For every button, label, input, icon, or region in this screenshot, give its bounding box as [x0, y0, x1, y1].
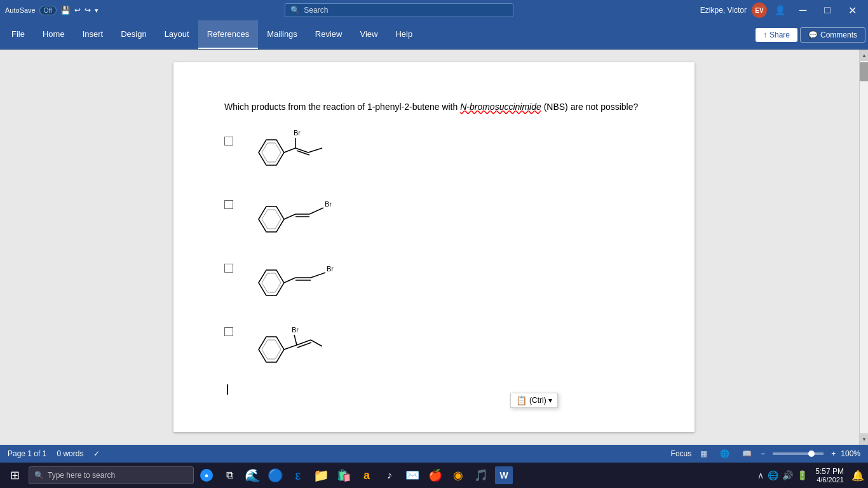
scrollbar[interactable]: ▲ ▼ [859, 50, 868, 445]
tab-view[interactable]: View [351, 20, 386, 49]
taskbar-store[interactable]: 🛍️ [334, 465, 354, 485]
scroll-up[interactable]: ▲ [860, 50, 868, 61]
autosave-label: AutoSave [5, 6, 36, 14]
zoom-level: 100% [841, 449, 860, 458]
taskbar-word[interactable]: W [494, 465, 514, 485]
titlebar-right: Ezikpe, Victor EV 👤 ─ □ ✕ [700, 0, 863, 20]
document-page: Which products from the reaction of 1-ph… [173, 62, 695, 432]
clock[interactable]: 5:57 PM 4/6/2021 [810, 467, 849, 484]
share-icon: ↑ [763, 30, 767, 39]
proofing-icon[interactable]: ✓ [93, 449, 100, 458]
paste-ctrl-label: (Ctrl) ▾ [529, 396, 552, 405]
svg-marker-23 [262, 340, 281, 359]
svg-marker-22 [259, 337, 284, 362]
ribbon: File Home Insert Design Layout Reference… [0, 20, 868, 50]
svg-line-2 [284, 148, 295, 152]
structure-1: Br [240, 124, 329, 175]
svg-marker-8 [259, 207, 284, 232]
read-mode-btn[interactable]: 📖 [738, 448, 756, 459]
close-button[interactable]: ✕ [842, 0, 863, 20]
zoom-slider[interactable] [773, 452, 824, 455]
tab-design[interactable]: Design [112, 20, 155, 49]
checkbox-1[interactable] [224, 137, 233, 146]
taskbar-search[interactable]: 🔍 Type here to search [29, 466, 194, 484]
user-avatar: EV [752, 3, 767, 18]
focus-label[interactable]: Focus [671, 449, 692, 458]
taskbar-tidal[interactable]: ♪ [379, 465, 400, 485]
taskbar: ⊞ 🔍 Type here to search ● ⧉ 🌊 🔵 ε 📁 🛍️ a… [0, 463, 868, 488]
minimize-button[interactable]: ─ [793, 0, 813, 20]
statusbar: Page 1 of 1 0 words ✓ Focus ▦ 🌐 📖 − + 10… [0, 445, 868, 463]
tab-references[interactable]: References [198, 20, 258, 49]
taskbar-edge[interactable]: 🌊 [242, 465, 262, 485]
tab-insert[interactable]: Insert [74, 20, 112, 49]
maximize-button[interactable]: □ [818, 0, 837, 20]
scroll-thumb[interactable] [860, 62, 868, 81]
svg-marker-15 [259, 270, 284, 295]
page-info: Page 1 of 1 [8, 449, 46, 458]
svg-text:Br: Br [294, 129, 301, 137]
checkbox-4[interactable] [224, 327, 233, 336]
taskbar-mail[interactable]: ✉️ [402, 465, 423, 485]
ribbon-actions: ↑ Share 💬 Comments [756, 20, 865, 49]
titlebar: AutoSave Off 💾 ↩ ↪ ▾ 🔍 Search Ezikpe, Vi… [0, 0, 868, 20]
notification-icon[interactable]: 🔔 [851, 470, 864, 482]
title-search-bar[interactable]: 🔍 Search [285, 3, 513, 17]
checkbox-2[interactable] [224, 200, 233, 209]
checkbox-3[interactable] [224, 264, 233, 273]
svg-line-25 [297, 340, 311, 345]
svg-line-27 [294, 335, 297, 345]
tab-layout[interactable]: Layout [156, 20, 198, 49]
undo-icon[interactable]: ↩ [74, 6, 81, 15]
taskbar-task-view[interactable]: ⧉ [219, 465, 240, 485]
structure-4: Br [240, 315, 341, 372]
tab-mailings[interactable]: Mailings [258, 20, 306, 49]
tab-home[interactable]: Home [34, 20, 74, 49]
svg-line-7 [308, 148, 322, 152]
svg-line-24 [284, 345, 297, 349]
taskbar-cortana[interactable]: ● [196, 465, 217, 485]
taskbar-chevron[interactable]: ∧ [757, 470, 764, 480]
zoom-thumb [808, 451, 815, 457]
word-count: 0 words [57, 449, 83, 458]
tab-help[interactable]: Help [386, 20, 421, 49]
zoom-plus[interactable]: + [831, 449, 836, 458]
structure-3: Br [240, 251, 354, 302]
start-button[interactable]: ⊞ [4, 466, 26, 485]
structure-2: Br [240, 187, 354, 238]
comments-button[interactable]: 💬 Comments [800, 27, 865, 43]
user-name: Ezikpe, Victor [700, 6, 747, 15]
taskbar-chrome[interactable]: 🔵 [265, 465, 285, 485]
share-button[interactable]: ↑ Share [756, 28, 797, 42]
search-icon: 🔍 [290, 6, 300, 15]
svg-marker-9 [262, 210, 281, 229]
svg-line-5 [295, 148, 308, 152]
redo-icon[interactable]: ↪ [85, 6, 91, 15]
titlebar-left: AutoSave Off 💾 ↩ ↪ ▾ [5, 6, 98, 15]
taskbar-app2[interactable]: ◉ [448, 465, 468, 485]
tab-review[interactable]: Review [306, 20, 351, 49]
taskbar-explorer[interactable]: 📁 [311, 465, 331, 485]
zoom-minus[interactable]: − [761, 449, 765, 458]
taskbar-edge2[interactable]: ε [288, 465, 308, 485]
svg-text:Br: Br [292, 326, 299, 334]
profile-icon[interactable]: 👤 [775, 5, 785, 15]
volume-icon[interactable]: 🔊 [782, 470, 793, 480]
clock-time: 5:57 PM [815, 467, 844, 476]
autosave-toggle[interactable]: Off [39, 6, 57, 15]
titlebar-center: 🔍 Search [98, 3, 700, 17]
taskbar-amazon[interactable]: a [356, 465, 377, 485]
network-icon[interactable]: 🌐 [768, 470, 778, 480]
document-area: Which products from the reaction of 1-ph… [0, 50, 868, 445]
web-layout-btn[interactable]: 🌐 [716, 448, 733, 459]
option-2: Br [224, 187, 644, 238]
save-icon[interactable]: 💾 [60, 6, 71, 15]
print-layout-btn[interactable]: ▦ [696, 448, 711, 459]
svg-line-13 [309, 208, 323, 214]
taskbar-app1[interactable]: 🍎 [425, 465, 445, 485]
taskbar-search-icon: 🔍 [34, 471, 44, 480]
scroll-down[interactable]: ▼ [860, 433, 868, 445]
paste-popup[interactable]: 📋 (Ctrl) ▾ [510, 393, 558, 408]
taskbar-app3[interactable]: 🎵 [471, 465, 491, 485]
tab-file[interactable]: File [3, 20, 34, 49]
